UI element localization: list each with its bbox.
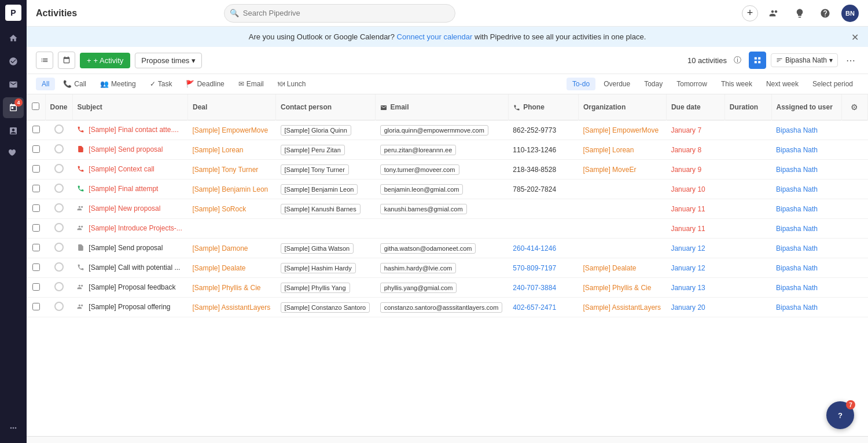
assigned-user-link[interactable]: Bipasha Nath: [776, 166, 818, 174]
date-filter-this-week[interactable]: This week: [715, 78, 758, 90]
propose-times-btn[interactable]: Propose times ▾: [135, 53, 202, 68]
done-checkbox[interactable]: [54, 125, 64, 134]
sidebar-item-activities[interactable]: 4: [3, 97, 24, 118]
row-checkbox[interactable]: [32, 224, 40, 232]
row-checkbox[interactable]: [32, 263, 40, 271]
deal-link[interactable]: [Sample] Lorean: [192, 146, 243, 154]
date-filter-select-period[interactable]: Select period: [807, 78, 859, 90]
subject-link[interactable]: [Sample] Context call: [89, 165, 154, 173]
col-header-organization[interactable]: Organization: [578, 94, 666, 120]
contact-tag[interactable]: [Sample] Benjamin Leon: [281, 184, 358, 195]
deal-link[interactable]: [Sample] Tony Turner: [192, 166, 258, 174]
row-checkbox[interactable]: [32, 244, 40, 251]
done-checkbox[interactable]: [54, 282, 64, 291]
contact-tag[interactable]: [Sample] Peru Zitan: [281, 145, 345, 155]
banner-link[interactable]: Connect your calendar: [397, 32, 473, 41]
filter-call[interactable]: 📞 Call: [57, 78, 92, 90]
sidebar-item-mail[interactable]: [3, 74, 24, 95]
col-header-settings[interactable]: ⚙: [841, 94, 867, 120]
row-checkbox[interactable]: [32, 204, 40, 212]
help-icon-btn[interactable]: [816, 4, 834, 23]
org-link[interactable]: [Sample] MoveEr: [583, 166, 636, 174]
horizontal-scrollbar[interactable]: [27, 436, 868, 443]
assigned-user-link[interactable]: Bipasha Nath: [776, 185, 818, 193]
select-all-checkbox[interactable]: [32, 102, 39, 110]
filter-email[interactable]: ✉ Email: [233, 78, 270, 90]
done-checkbox[interactable]: [54, 203, 64, 213]
date-filter-next-week[interactable]: Next week: [760, 78, 804, 90]
date-filter-overdue[interactable]: Overdue: [598, 78, 636, 90]
assigned-user-link[interactable]: Bipasha Nath: [776, 244, 818, 252]
sidebar-item-products[interactable]: [3, 144, 24, 164]
date-filter-todo[interactable]: To-do: [567, 78, 595, 90]
contact-tag[interactable]: [Sample] Hashim Hardy: [281, 263, 356, 273]
help-bubble[interactable]: ? 7: [826, 401, 854, 429]
filter-all[interactable]: All: [36, 78, 55, 90]
contact-tag[interactable]: [Sample] Githa Watson: [281, 243, 354, 254]
org-link[interactable]: [Sample] Lorean: [583, 146, 634, 154]
add-button[interactable]: +: [742, 5, 758, 21]
col-header-duration[interactable]: Duration: [724, 94, 771, 120]
sidebar-item-home[interactable]: [3, 28, 24, 49]
deal-link[interactable]: [Sample] Phyllis & Cie: [192, 284, 260, 292]
subject-link[interactable]: [Sample] Call with potential ...: [89, 263, 180, 272]
subject-link[interactable]: [Sample] Introduce Projects-...: [89, 224, 182, 232]
org-link[interactable]: [Sample] AssistantLayers: [583, 303, 661, 312]
subject-link[interactable]: [Sample] Final attempt: [89, 185, 158, 193]
sidebar-item-more[interactable]: [3, 418, 24, 438]
col-header-deal[interactable]: Deal: [187, 94, 275, 120]
subject-link[interactable]: [Sample] Final contact atte....: [89, 126, 178, 134]
subject-link[interactable]: [Sample] Proposal feedback: [89, 283, 175, 291]
col-header-email[interactable]: Email: [376, 94, 509, 120]
contact-tag[interactable]: [Sample] Constanzo Santoro: [281, 302, 370, 313]
row-checkbox[interactable]: [32, 185, 40, 192]
done-checkbox[interactable]: [54, 223, 64, 232]
assigned-user-link[interactable]: Bipasha Nath: [776, 225, 818, 233]
avatar[interactable]: BN: [841, 5, 859, 22]
calendar-view-btn[interactable]: [58, 52, 75, 69]
row-checkbox[interactable]: [32, 283, 40, 291]
col-header-phone[interactable]: Phone: [508, 94, 578, 120]
assigned-user-link[interactable]: Bipasha Nath: [776, 126, 818, 134]
org-link[interactable]: [Sample] EmpowerMove: [583, 126, 659, 134]
subject-link[interactable]: [Sample] Send proposal: [89, 145, 163, 153]
assigned-user-link[interactable]: Bipasha Nath: [776, 303, 818, 312]
table-view-btn[interactable]: [749, 52, 766, 69]
deal-link[interactable]: [Sample] SoRock: [192, 205, 246, 213]
done-checkbox[interactable]: [54, 302, 64, 311]
search-input[interactable]: [224, 4, 455, 23]
filter-meeting[interactable]: 👥 Meeting: [94, 78, 142, 90]
assigned-user-link[interactable]: Bipasha Nath: [776, 205, 818, 213]
bulb-icon-btn[interactable]: [790, 4, 809, 23]
org-link[interactable]: [Sample] Dealate: [583, 264, 636, 272]
filter-task[interactable]: ✓ Task: [144, 78, 178, 90]
list-view-btn[interactable]: [36, 52, 53, 69]
filter-lunch[interactable]: 🍽 Lunch: [272, 78, 312, 90]
done-checkbox[interactable]: [54, 164, 64, 173]
sidebar-item-reports[interactable]: [3, 120, 24, 141]
assigned-user-link[interactable]: Bipasha Nath: [776, 264, 818, 272]
row-checkbox[interactable]: [32, 145, 40, 153]
row-checkbox[interactable]: [32, 303, 40, 310]
subject-link[interactable]: [Sample] Proposal offering: [89, 303, 170, 311]
contact-tag[interactable]: [Sample] Tony Turner: [281, 164, 349, 175]
row-checkbox[interactable]: [32, 165, 40, 173]
col-header-subject[interactable]: Subject: [72, 94, 187, 120]
column-settings-btn[interactable]: ⋯: [843, 52, 859, 68]
contact-tag[interactable]: [Sample] Phyllis Yang: [281, 283, 350, 293]
deal-link[interactable]: [Sample] EmpowerMove: [192, 126, 268, 134]
info-icon-btn[interactable]: ⓘ: [731, 54, 744, 67]
add-activity-btn[interactable]: + + Activity: [80, 53, 130, 68]
assignee-filter-dropdown[interactable]: Bipasha Nath ▾: [771, 53, 838, 67]
subject-link[interactable]: [Sample] Send proposal: [89, 244, 163, 252]
done-checkbox[interactable]: [54, 262, 64, 272]
done-checkbox[interactable]: [54, 144, 64, 153]
contact-tag[interactable]: [Sample] Gloria Quinn: [281, 125, 351, 136]
assigned-user-link[interactable]: Bipasha Nath: [776, 146, 818, 154]
filter-deadline[interactable]: 🚩 Deadline: [180, 78, 230, 90]
banner-close-btn[interactable]: ✕: [851, 31, 859, 42]
contact-tag[interactable]: [Sample] Kanushi Barnes: [281, 204, 361, 214]
logo[interactable]: P: [5, 5, 21, 21]
done-checkbox[interactable]: [54, 243, 64, 252]
team-icon-btn[interactable]: [765, 4, 784, 23]
